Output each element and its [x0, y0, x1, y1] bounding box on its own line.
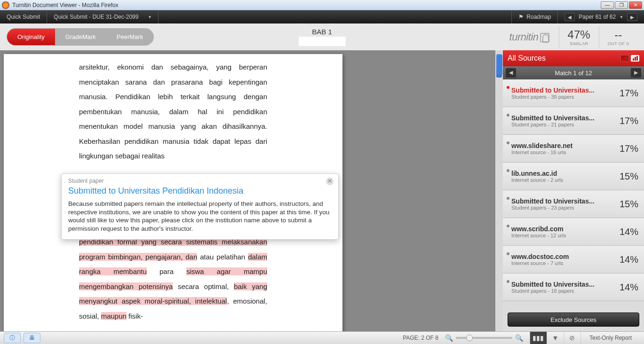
app-menubar: Quick Submit Quick Submit - DUE 31-Dec-2… — [0, 10, 644, 23]
next-match-button[interactable]: ▶ — [631, 68, 641, 78]
source-sub: Internet source - 7 urls — [511, 260, 616, 266]
source-sub: Student papers - 39 papers — [511, 94, 616, 100]
sources-list[interactable]: Submitted to Universitas... Student pape… — [503, 79, 644, 308]
source-sub: Student papers - 18 papers — [511, 288, 616, 294]
source-dot-icon — [507, 252, 509, 255]
close-button[interactable]: ✕ — [629, 1, 642, 9]
info-button[interactable]: ⓘ — [4, 333, 21, 343]
source-dot-icon — [507, 114, 509, 117]
source-name: Submitted to Universitas... — [511, 281, 616, 288]
source-name: Submitted to Universitas... — [511, 86, 616, 94]
document-viewer[interactable]: arsitektur, ekonomi dan sebagainya, yang… — [0, 50, 503, 331]
turnitin-logo-icon — [540, 33, 549, 42]
window-titlebar: Turnitin Document Viewer - Mozilla Firef… — [0, 0, 644, 10]
prev-paper-button[interactable]: ◀ — [564, 13, 575, 21]
due-date-dropdown[interactable]: Quick Submit - DUE 31-Dec-2099▼ — [47, 10, 159, 23]
zoom-slider[interactable] — [456, 337, 512, 339]
source-name: Submitted to Universitas... — [511, 197, 616, 205]
source-dot-icon — [507, 169, 509, 172]
source-name: lib.unnes.ac.id — [511, 170, 616, 177]
popup-source-link[interactable]: Submitted to Universitas Pendidikan Indo… — [68, 186, 332, 196]
source-item[interactable]: Submitted to Universitas... Student pape… — [503, 107, 644, 135]
document-subtitle-box — [299, 37, 346, 46]
zoom-in-button[interactable]: 🔍 — [515, 334, 523, 342]
tab-originality[interactable]: Originality — [7, 29, 55, 45]
minimize-button[interactable]: — — [601, 1, 614, 9]
source-dot-icon — [507, 86, 509, 89]
prev-match-button[interactable]: ◀ — [506, 68, 516, 78]
header: Originality GradeMark PeerMark BAB 1 tur… — [0, 23, 644, 50]
source-dot-icon — [507, 197, 509, 200]
source-item[interactable]: lib.unnes.ac.id Internet source - 2 urls… — [503, 163, 644, 190]
view-mode-icon-1[interactable] — [620, 55, 629, 62]
source-name: www.slideshare.net — [511, 142, 616, 149]
tab-grademark[interactable]: GradeMark — [55, 29, 106, 45]
source-item[interactable]: www.docstoc.com Internet source - 7 urls… — [503, 246, 644, 274]
maximize-button[interactable]: ❐ — [615, 1, 628, 9]
source-percent: 14% — [620, 282, 638, 293]
match-counter: Match 1 of 12 — [555, 70, 592, 77]
source-item[interactable]: www.slideshare.net Internet source - 16 … — [503, 135, 644, 163]
document-title-area: BAB 1 — [299, 28, 346, 46]
print-button[interactable]: 🖶 — [24, 333, 40, 343]
source-popup: ✕ Student paper Submitted to Universitas… — [61, 173, 339, 240]
popup-close-button[interactable]: ✕ — [326, 178, 334, 185]
source-percent: 14% — [620, 254, 638, 265]
popup-body: Because submitted papers remain the inte… — [68, 200, 332, 233]
paper-navigator: ◀ Paper 61 of 62 ▼ ▶ — [558, 13, 644, 21]
turnitin-logo: turnitin — [509, 31, 549, 43]
sidebar-header: All Sources — [503, 50, 644, 66]
source-sub: Internet source - 16 urls — [511, 149, 616, 155]
similarity-score: 47% SIMILAR — [559, 26, 599, 48]
source-dot-icon — [507, 141, 509, 144]
source-percent: 17% — [620, 116, 638, 126]
mode-tabs: Originality GradeMark PeerMark — [7, 28, 154, 46]
source-sub: Internet source - 12 urls — [511, 233, 616, 238]
exclude-sources-button[interactable]: Exclude Sources — [508, 313, 639, 327]
chevron-down-icon: ▼ — [148, 15, 151, 19]
source-name: www.scribd.com — [511, 225, 616, 233]
source-dot-icon — [507, 280, 509, 283]
roadmap-button[interactable]: ⚑Roadmap — [511, 10, 558, 23]
text-only-report-link[interactable]: Text-Only Report — [581, 335, 640, 341]
sidebar-handle[interactable] — [497, 55, 502, 75]
disable-icon[interactable]: ⊘ — [564, 332, 581, 344]
source-dot-icon — [507, 225, 509, 227]
firefox-icon — [2, 1, 9, 9]
grade-score: -- OUT OF 0 — [599, 26, 637, 48]
window-title: Turnitin Document Viewer - Mozilla Firef… — [12, 2, 118, 8]
filter-icon[interactable]: ▼ — [547, 332, 564, 344]
source-name: Submitted to Universitas... — [511, 114, 616, 122]
next-paper-button[interactable]: ▶ — [627, 13, 637, 21]
match-navigator: ◀ Match 1 of 12 ▶ — [503, 66, 644, 79]
source-item[interactable]: Submitted to Universitas... Student pape… — [503, 79, 644, 107]
document-title: BAB 1 — [299, 28, 346, 36]
roadmap-icon: ⚑ — [518, 14, 524, 20]
document-scrollbar[interactable] — [495, 50, 503, 331]
source-sub: Student papers - 23 papers — [511, 205, 616, 211]
popup-label: Student paper — [68, 178, 332, 184]
exclude-area: Exclude Sources — [503, 308, 644, 331]
source-item[interactable]: www.scribd.com Internet source - 12 urls… — [503, 218, 644, 246]
paper-counter[interactable]: Paper 61 of 62 — [579, 14, 616, 20]
source-percent: 14% — [620, 227, 638, 237]
paragraph: arsitektur, ekonomi dan sebagainya, yang… — [79, 60, 267, 164]
sources-sidebar: All Sources ◀ Match 1 of 12 ▶ Submitted … — [503, 50, 644, 331]
source-percent: 15% — [620, 199, 638, 210]
source-sub: Student papers - 21 papers — [511, 122, 616, 127]
chevron-down-icon[interactable]: ▼ — [620, 15, 623, 19]
source-percent: 15% — [620, 171, 638, 182]
zoom-thumb[interactable] — [466, 335, 473, 341]
source-item[interactable]: Submitted to Universitas... Student pape… — [503, 190, 644, 218]
source-item[interactable]: Submitted to Universitas... Student pape… — [503, 274, 644, 301]
view-mode-icon-2[interactable] — [631, 55, 639, 62]
bar-chart-icon[interactable]: ▮▮▮ — [530, 332, 547, 344]
page-indicator: PAGE: 2 OF 8 — [403, 335, 438, 341]
source-percent: 17% — [620, 88, 638, 99]
tab-peermark[interactable]: PeerMark — [106, 29, 153, 45]
source-percent: 17% — [620, 143, 638, 154]
quick-submit-tab[interactable]: Quick Submit — [0, 10, 47, 23]
zoom-control: 🔍 🔍 — [445, 334, 523, 342]
source-sub: Internet source - 2 urls — [511, 177, 616, 183]
zoom-out-button[interactable]: 🔍 — [445, 334, 453, 342]
